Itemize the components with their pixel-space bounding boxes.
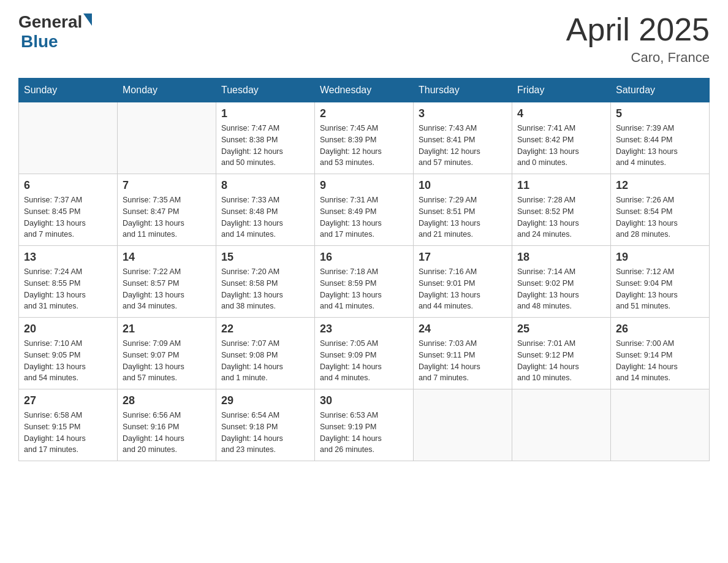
day-info: Sunrise: 7:22 AM Sunset: 8:57 PM Dayligh… <box>123 266 211 312</box>
week-row-1: 1Sunrise: 7:47 AM Sunset: 8:38 PM Daylig… <box>19 102 710 174</box>
calendar-cell: 6Sunrise: 7:37 AM Sunset: 8:45 PM Daylig… <box>19 174 118 246</box>
calendar-cell: 23Sunrise: 7:05 AM Sunset: 9:09 PM Dayli… <box>315 318 414 389</box>
week-row-5: 27Sunrise: 6:58 AM Sunset: 9:15 PM Dayli… <box>19 389 710 461</box>
calendar-cell: 11Sunrise: 7:28 AM Sunset: 8:52 PM Dayli… <box>512 174 611 246</box>
calendar-cell <box>611 389 710 461</box>
calendar-cell: 13Sunrise: 7:24 AM Sunset: 8:55 PM Dayli… <box>19 246 118 318</box>
calendar-cell: 2Sunrise: 7:45 AM Sunset: 8:39 PM Daylig… <box>315 102 414 174</box>
day-info: Sunrise: 7:33 AM Sunset: 8:48 PM Dayligh… <box>221 194 309 240</box>
day-number: 16 <box>320 251 408 264</box>
day-number: 9 <box>320 179 408 192</box>
week-row-4: 20Sunrise: 7:10 AM Sunset: 9:05 PM Dayli… <box>19 318 710 389</box>
location-label: Caro, France <box>566 50 710 66</box>
calendar-cell: 22Sunrise: 7:07 AM Sunset: 9:08 PM Dayli… <box>216 318 315 389</box>
day-info: Sunrise: 7:39 AM Sunset: 8:44 PM Dayligh… <box>616 123 704 169</box>
day-info: Sunrise: 7:20 AM Sunset: 8:58 PM Dayligh… <box>221 266 309 312</box>
day-info: Sunrise: 7:35 AM Sunset: 8:47 PM Dayligh… <box>123 194 211 240</box>
day-number: 18 <box>517 251 605 264</box>
day-info: Sunrise: 6:54 AM Sunset: 9:18 PM Dayligh… <box>221 410 309 456</box>
day-info: Sunrise: 7:05 AM Sunset: 9:09 PM Dayligh… <box>320 338 408 384</box>
day-number: 21 <box>123 323 211 335</box>
title-area: April 2025 Caro, France <box>566 12 710 66</box>
day-number: 5 <box>616 107 704 120</box>
day-info: Sunrise: 6:53 AM Sunset: 9:19 PM Dayligh… <box>320 410 408 456</box>
calendar-cell: 19Sunrise: 7:12 AM Sunset: 9:04 PM Dayli… <box>611 246 710 318</box>
calendar-cell <box>118 102 216 174</box>
calendar-table: SundayMondayTuesdayWednesdayThursdayFrid… <box>18 78 710 461</box>
week-row-2: 6Sunrise: 7:37 AM Sunset: 8:45 PM Daylig… <box>19 174 710 246</box>
calendar-cell: 9Sunrise: 7:31 AM Sunset: 8:49 PM Daylig… <box>315 174 414 246</box>
day-info: Sunrise: 7:00 AM Sunset: 9:14 PM Dayligh… <box>616 338 704 384</box>
day-info: Sunrise: 7:03 AM Sunset: 9:11 PM Dayligh… <box>419 338 507 384</box>
day-number: 13 <box>24 251 112 264</box>
day-header-monday: Monday <box>118 79 216 102</box>
day-number: 23 <box>320 323 408 335</box>
day-number: 7 <box>123 179 211 192</box>
day-info: Sunrise: 7:10 AM Sunset: 9:05 PM Dayligh… <box>24 338 112 384</box>
day-info: Sunrise: 6:56 AM Sunset: 9:16 PM Dayligh… <box>123 410 211 456</box>
calendar-cell: 20Sunrise: 7:10 AM Sunset: 9:05 PM Dayli… <box>19 318 118 389</box>
week-row-3: 13Sunrise: 7:24 AM Sunset: 8:55 PM Dayli… <box>19 246 710 318</box>
day-number: 15 <box>221 251 309 264</box>
calendar-cell: 8Sunrise: 7:33 AM Sunset: 8:48 PM Daylig… <box>216 174 315 246</box>
day-number: 12 <box>616 179 704 192</box>
day-header-tuesday: Tuesday <box>216 79 315 102</box>
calendar-cell: 25Sunrise: 7:01 AM Sunset: 9:12 PM Dayli… <box>512 318 611 389</box>
day-info: Sunrise: 7:07 AM Sunset: 9:08 PM Dayligh… <box>221 338 309 384</box>
day-info: Sunrise: 7:47 AM Sunset: 8:38 PM Dayligh… <box>221 123 309 169</box>
calendar-cell: 21Sunrise: 7:09 AM Sunset: 9:07 PM Dayli… <box>118 318 216 389</box>
day-number: 27 <box>24 394 112 407</box>
calendar-cell: 15Sunrise: 7:20 AM Sunset: 8:58 PM Dayli… <box>216 246 315 318</box>
logo-blue-text: Blue <box>21 32 58 52</box>
day-info: Sunrise: 7:26 AM Sunset: 8:54 PM Dayligh… <box>616 194 704 240</box>
day-info: Sunrise: 7:28 AM Sunset: 8:52 PM Dayligh… <box>517 194 605 240</box>
day-header-wednesday: Wednesday <box>315 79 414 102</box>
calendar-cell: 26Sunrise: 7:00 AM Sunset: 9:14 PM Dayli… <box>611 318 710 389</box>
calendar-cell: 18Sunrise: 7:14 AM Sunset: 9:02 PM Dayli… <box>512 246 611 318</box>
day-number: 28 <box>123 394 211 407</box>
day-number: 29 <box>221 394 309 407</box>
day-info: Sunrise: 7:29 AM Sunset: 8:51 PM Dayligh… <box>419 194 507 240</box>
calendar-cell: 29Sunrise: 6:54 AM Sunset: 9:18 PM Dayli… <box>216 389 315 461</box>
calendar-cell <box>414 389 512 461</box>
calendar-cell: 12Sunrise: 7:26 AM Sunset: 8:54 PM Dayli… <box>611 174 710 246</box>
day-number: 8 <box>221 179 309 192</box>
day-header-sunday: Sunday <box>19 79 118 102</box>
day-number: 24 <box>419 323 507 335</box>
day-info: Sunrise: 7:24 AM Sunset: 8:55 PM Dayligh… <box>24 266 112 312</box>
calendar-cell: 3Sunrise: 7:43 AM Sunset: 8:41 PM Daylig… <box>414 102 512 174</box>
calendar-cell: 27Sunrise: 6:58 AM Sunset: 9:15 PM Dayli… <box>19 389 118 461</box>
day-number: 3 <box>419 107 507 120</box>
day-info: Sunrise: 6:58 AM Sunset: 9:15 PM Dayligh… <box>24 410 112 456</box>
day-info: Sunrise: 7:14 AM Sunset: 9:02 PM Dayligh… <box>517 266 605 312</box>
day-info: Sunrise: 7:09 AM Sunset: 9:07 PM Dayligh… <box>123 338 211 384</box>
day-info: Sunrise: 7:16 AM Sunset: 9:01 PM Dayligh… <box>419 266 507 312</box>
calendar-cell <box>19 102 118 174</box>
day-number: 25 <box>517 323 605 335</box>
calendar-cell <box>512 389 611 461</box>
calendar-cell: 30Sunrise: 6:53 AM Sunset: 9:19 PM Dayli… <box>315 389 414 461</box>
day-number: 11 <box>517 179 605 192</box>
day-number: 26 <box>616 323 704 335</box>
calendar-cell: 17Sunrise: 7:16 AM Sunset: 9:01 PM Dayli… <box>414 246 512 318</box>
day-info: Sunrise: 7:41 AM Sunset: 8:42 PM Dayligh… <box>517 123 605 169</box>
day-number: 6 <box>24 179 112 192</box>
calendar-cell: 14Sunrise: 7:22 AM Sunset: 8:57 PM Dayli… <box>118 246 216 318</box>
calendar-cell: 1Sunrise: 7:47 AM Sunset: 8:38 PM Daylig… <box>216 102 315 174</box>
day-number: 30 <box>320 394 408 407</box>
calendar-cell: 24Sunrise: 7:03 AM Sunset: 9:11 PM Dayli… <box>414 318 512 389</box>
day-header-saturday: Saturday <box>611 79 710 102</box>
day-info: Sunrise: 7:43 AM Sunset: 8:41 PM Dayligh… <box>419 123 507 169</box>
day-number: 1 <box>221 107 309 120</box>
day-number: 4 <box>517 107 605 120</box>
day-info: Sunrise: 7:45 AM Sunset: 8:39 PM Dayligh… <box>320 123 408 169</box>
day-number: 14 <box>123 251 211 264</box>
day-info: Sunrise: 7:01 AM Sunset: 9:12 PM Dayligh… <box>517 338 605 384</box>
calendar-cell: 4Sunrise: 7:41 AM Sunset: 8:42 PM Daylig… <box>512 102 611 174</box>
calendar-cell: 5Sunrise: 7:39 AM Sunset: 8:44 PM Daylig… <box>611 102 710 174</box>
day-number: 10 <box>419 179 507 192</box>
calendar-cell: 7Sunrise: 7:35 AM Sunset: 8:47 PM Daylig… <box>118 174 216 246</box>
logo: General Blue <box>18 12 92 52</box>
calendar-cell: 28Sunrise: 6:56 AM Sunset: 9:16 PM Dayli… <box>118 389 216 461</box>
logo-general-text: General <box>18 12 82 32</box>
